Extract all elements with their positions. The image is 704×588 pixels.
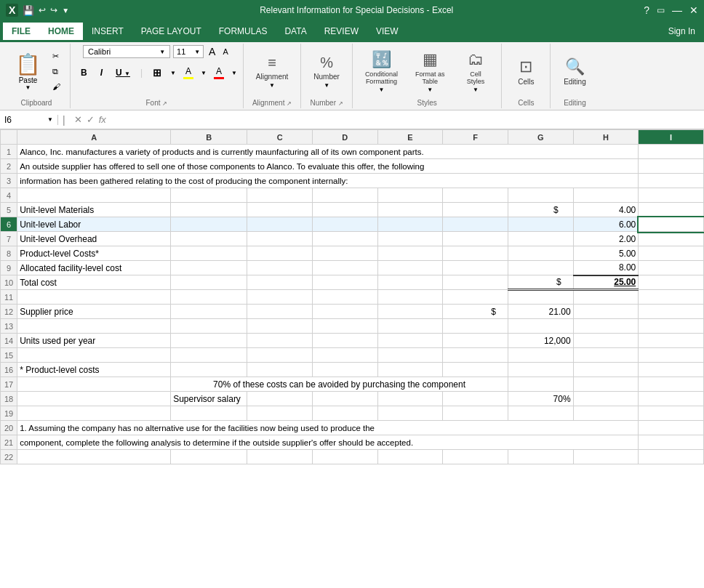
cell-d9[interactable]	[313, 261, 378, 275]
col-header-i[interactable]: I	[639, 130, 704, 145]
number-button[interactable]: % Number ▼	[307, 45, 346, 97]
cell-a19[interactable]	[17, 406, 171, 421]
cell-g19[interactable]	[508, 406, 573, 421]
cell-g10[interactable]: $	[508, 275, 573, 290]
bold-button[interactable]: B	[76, 65, 92, 80]
tab-review[interactable]: REVIEW	[316, 23, 367, 40]
cell-b5[interactable]	[171, 203, 247, 217]
cell-f12[interactable]: $	[443, 305, 508, 319]
cut-button[interactable]: ✂	[49, 49, 64, 63]
paste-button[interactable]: 📋 Paste ▼	[9, 49, 47, 94]
cell-a14[interactable]: Units used per year	[17, 334, 171, 348]
cell-a8[interactable]: Product-level Costs*	[17, 246, 171, 261]
cell-b22[interactable]	[171, 450, 247, 464]
cell-a2[interactable]: An outside supplier has offered to sell …	[17, 159, 639, 174]
cell-d14[interactable]	[313, 334, 378, 348]
cell-e8[interactable]	[377, 246, 443, 261]
minimize-icon[interactable]: —	[672, 4, 682, 16]
cell-i7[interactable]	[639, 232, 704, 246]
cell-g18[interactable]: 70%	[508, 392, 573, 406]
restore-icon[interactable]: ▭	[657, 5, 665, 15]
cell-g8[interactable]	[508, 246, 573, 261]
cell-i11[interactable]	[639, 290, 704, 305]
cell-f22[interactable]	[443, 450, 508, 464]
cell-b8[interactable]	[171, 246, 247, 261]
cell-g22[interactable]	[508, 450, 573, 464]
cell-g11[interactable]	[508, 290, 573, 305]
col-header-c[interactable]: C	[247, 130, 313, 145]
cell-b18[interactable]: Supervisor salary	[171, 392, 247, 406]
cell-b6[interactable]	[171, 217, 247, 232]
confirm-formula-icon[interactable]: ✓	[87, 114, 95, 125]
cell-f19[interactable]	[443, 406, 508, 421]
cell-g9[interactable]	[508, 261, 573, 275]
cell-c5[interactable]	[247, 203, 313, 217]
cell-a18[interactable]	[17, 392, 171, 406]
cell-a11[interactable]	[17, 290, 171, 305]
cell-e16[interactable]	[377, 363, 443, 377]
cell-a9[interactable]: Allocated facility-level cost	[17, 261, 171, 275]
cells-button[interactable]: ⊡ Cells	[508, 45, 544, 97]
undo-icon[interactable]: ↩	[39, 5, 46, 15]
cell-g6[interactable]	[508, 217, 573, 232]
cell-i17[interactable]	[639, 377, 704, 392]
cell-h4[interactable]	[573, 188, 639, 203]
cell-g13[interactable]	[508, 319, 573, 334]
cell-c7[interactable]	[247, 232, 313, 246]
cell-a12[interactable]: Supplier price	[17, 305, 171, 319]
cell-a4[interactable]	[17, 188, 171, 203]
sign-in-button[interactable]: Sign In	[663, 23, 701, 39]
cell-d18[interactable]	[313, 392, 378, 406]
cell-h11[interactable]	[573, 290, 639, 305]
cell-b13[interactable]	[171, 319, 247, 334]
tab-formulas[interactable]: FORMULAS	[210, 23, 276, 40]
cell-h19[interactable]	[573, 406, 639, 421]
cell-g12[interactable]: 21.00	[508, 305, 573, 319]
cell-i20[interactable]	[639, 421, 704, 435]
cell-c9[interactable]	[247, 261, 313, 275]
cell-i9[interactable]	[639, 261, 704, 275]
cell-e10[interactable]	[377, 275, 443, 290]
cell-d19[interactable]	[313, 406, 378, 421]
cell-h10[interactable]: 25.00	[573, 275, 639, 290]
cell-d8[interactable]	[313, 246, 378, 261]
copy-button[interactable]: ⧉	[49, 65, 64, 78]
cell-i16[interactable]	[639, 363, 704, 377]
cell-g4[interactable]	[508, 188, 573, 203]
cell-h12[interactable]	[573, 305, 639, 319]
italic-button[interactable]: I	[96, 65, 107, 80]
cell-f5[interactable]	[443, 203, 508, 217]
underline-button[interactable]: U ▼	[111, 65, 135, 80]
cell-i1[interactable]	[639, 145, 704, 159]
cell-a3[interactable]: information has been gathered relating t…	[17, 174, 639, 188]
cell-f16[interactable]	[443, 363, 508, 377]
cell-b9[interactable]	[171, 261, 247, 275]
cell-h22[interactable]	[573, 450, 639, 464]
cell-h18[interactable]	[573, 392, 639, 406]
cell-b17[interactable]: 70% of these costs can be avoided by pur…	[171, 377, 508, 392]
cell-a15[interactable]	[17, 348, 171, 363]
cell-e4[interactable]	[377, 188, 443, 203]
cell-f10[interactable]	[443, 275, 508, 290]
cell-c11[interactable]	[247, 290, 313, 305]
cell-e12[interactable]	[377, 305, 443, 319]
cell-a7[interactable]: Unit-level Overhead	[17, 232, 171, 246]
cell-h8[interactable]: 5.00	[573, 246, 639, 261]
cell-e14[interactable]	[377, 334, 443, 348]
col-header-h[interactable]: H	[573, 130, 639, 145]
font-name-dropdown[interactable]: Calibri ▼	[83, 45, 170, 58]
cell-e9[interactable]	[377, 261, 443, 275]
cell-a20[interactable]: 1. Assuming the company has no alternati…	[17, 421, 639, 435]
cell-b14[interactable]	[171, 334, 247, 348]
cell-d13[interactable]	[313, 319, 378, 334]
insert-function-icon[interactable]: fx	[99, 114, 106, 125]
cell-g16[interactable]	[508, 363, 573, 377]
col-header-a[interactable]: A	[17, 130, 171, 145]
cell-b4[interactable]	[171, 188, 247, 203]
cell-f7[interactable]	[443, 232, 508, 246]
cell-g5[interactable]: $	[508, 203, 573, 217]
cell-f6[interactable]	[443, 217, 508, 232]
cell-e11[interactable]	[377, 290, 443, 305]
cell-f14[interactable]	[443, 334, 508, 348]
cell-f13[interactable]	[443, 319, 508, 334]
